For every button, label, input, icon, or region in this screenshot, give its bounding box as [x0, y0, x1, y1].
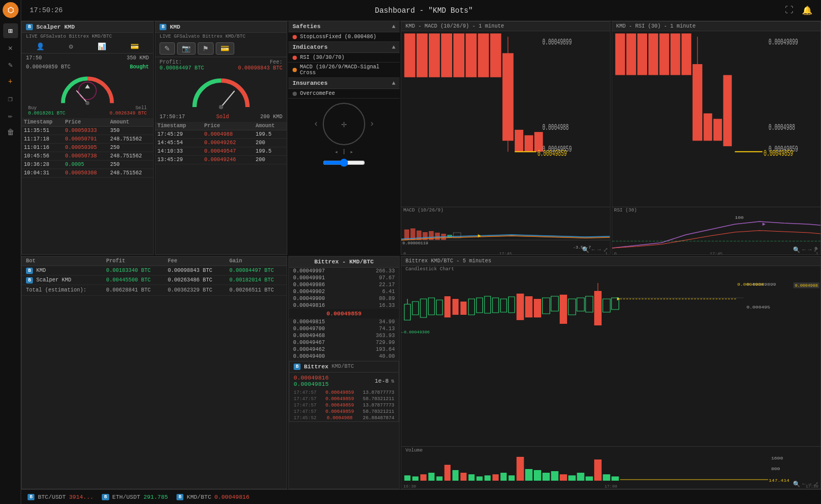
trade-price: 0.00050308 — [63, 169, 108, 178]
arrow-left-icon[interactable]: ← — [592, 246, 595, 253]
svg-rect-110 — [534, 470, 541, 481]
vol-zoom[interactable]: 🔍 — [793, 481, 800, 488]
kmd-gauge-svg — [189, 75, 253, 110]
svg-rect-76 — [534, 299, 541, 317]
gauge-right-val: 0.0026349 BTC — [110, 111, 147, 116]
btc-chart-panel: Bittrex KMD/BTC - 5 minutes Candlestick … — [401, 256, 821, 490]
scalper-icon-settings[interactable]: ⚙ — [69, 42, 73, 51]
kmd-trade-price: 0.00049262 — [202, 139, 253, 147]
svg-rect-70 — [484, 296, 491, 313]
col-amount: Amount — [108, 118, 153, 127]
arrow-right-icon[interactable]: → — [597, 246, 601, 253]
svg-rect-44 — [681, 33, 691, 75]
rsi-chart-title: KMD - RSI (30) - 1 minute — [612, 22, 821, 31]
rsi-arrow-left[interactable]: ← — [802, 246, 806, 253]
vol-right[interactable]: → — [808, 481, 811, 488]
gauge-right: Sell — [135, 105, 147, 111]
expand-icon[interactable]: ⤢ — [603, 246, 608, 253]
sidebar-icon-copy[interactable]: ❐ — [3, 91, 18, 106]
bots-summary-panel: Bot Profit Fee Gain B KMD 0.00183340 BTC… — [21, 256, 287, 490]
kmd-btn-photo[interactable]: 📷 — [177, 42, 196, 55]
topbar-time: 17:50:26 — [30, 6, 63, 14]
rt-price: 0.00049859 — [325, 409, 354, 414]
sidebar-icon-edit[interactable]: ✎ — [3, 57, 18, 72]
exchange-price2: 0.00049815 — [294, 381, 329, 387]
bell-icon[interactable]: 🔔 — [802, 5, 813, 16]
kmd-btn-wallet[interactable]: 💳 — [216, 42, 234, 55]
nav-slider[interactable] — [323, 158, 365, 167]
scalper-icon-user[interactable]: 👤 — [36, 42, 45, 51]
scroll-right[interactable]: ▸ — [350, 148, 354, 155]
exchange-title: Bittrex — [304, 364, 328, 370]
svg-rect-65 — [444, 296, 451, 317]
status-ticker-item[interactable]: B ETH/USDT 291.785 — [102, 494, 167, 500]
rsi-dot — [293, 56, 297, 60]
ask-row: 0.00049902 6.41 — [289, 288, 399, 295]
svg-rect-112 — [551, 471, 559, 481]
svg-rect-30 — [435, 233, 440, 240]
svg-rect-74 — [517, 294, 524, 320]
bid-row: 0.00049700 74.13 — [289, 325, 399, 332]
sidebar-icon-pen[interactable]: ✏ — [3, 108, 18, 123]
bid-row: 0.00049400 40.00 — [289, 353, 399, 360]
kmd-btn-edit[interactable]: ✎ — [160, 42, 175, 55]
kmd-title: KMD — [170, 24, 180, 30]
svg-rect-109 — [525, 469, 533, 481]
status-badge: B — [176, 494, 183, 500]
indicators-collapse[interactable]: ▲ — [392, 44, 395, 50]
scalper-status: Bought — [130, 64, 149, 70]
svg-rect-40 — [637, 33, 647, 75]
scalper-trades-body: 11:35:51 0.00050333 350 11:17:18 0.00050… — [22, 127, 153, 178]
kmd-btn-flag[interactable]: ⚑ — [198, 42, 214, 55]
kmd-trade-amount: 200 — [253, 139, 287, 147]
scroll-mid[interactable]: | — [342, 148, 346, 155]
sidebar-icon-delete[interactable]: 🗑 — [3, 125, 18, 140]
screen-icon[interactable]: ⛶ — [785, 5, 793, 16]
zoom-in-icon[interactable]: 🔍 — [582, 246, 589, 253]
stop-loss-label: StopLossFixed (0.000486) — [300, 34, 376, 40]
gauge-container: Buy Sell 0.0018201 BTC 0.0026349 BTC — [22, 72, 153, 118]
safeties-collapse[interactable]: ▲ — [392, 23, 395, 30]
rsi-zoom-icon[interactable]: 🔍 — [793, 246, 800, 253]
svg-rect-80 — [568, 299, 576, 315]
scalper-icon-wallet[interactable]: 💳 — [130, 42, 139, 51]
status-ticker-item[interactable]: B KMD/BTC 0.00049816 — [176, 494, 250, 500]
nav-left[interactable]: ‹ — [313, 119, 319, 129]
recent-trade-row: 17:47:57 0.00049859 13.87877773 — [289, 390, 399, 396]
total-label: Total (estimation): — [22, 285, 102, 295]
vol-left[interactable]: ← — [802, 481, 806, 488]
svg-rect-69 — [476, 298, 483, 313]
nav-circle: ✛ — [323, 103, 365, 145]
rsi-indicator: RSI (30/30/70) — [288, 53, 400, 63]
gauge-left-val: 0.0018201 BTC — [28, 111, 65, 116]
overcome-fee-item: OvercomeFee — [288, 89, 400, 99]
rsi-arrow-right[interactable]: → — [808, 246, 811, 253]
sidebar-icon-add[interactable]: + — [3, 74, 18, 89]
scalper-icon-chart[interactable]: 📊 — [98, 42, 106, 51]
kmd-trade-row: 13:45:29 0.00049246 200 — [155, 156, 287, 164]
insurances-collapse[interactable]: ▲ — [392, 80, 395, 86]
stop-loss-item: StopLossFixed (0.000486) — [288, 32, 400, 42]
sidebar-icon-close[interactable]: ✕ — [3, 40, 18, 55]
kmd-amount: 200 KMD — [260, 114, 283, 120]
indicators-title: Indicators — [293, 44, 328, 50]
bid-amount: 193.64 — [376, 347, 395, 352]
rsi-expand[interactable]: ⤢ — [814, 246, 818, 253]
macd-time-1745: 17:45 — [499, 251, 512, 255]
nav-right[interactable]: › — [369, 119, 375, 129]
kmd-trade-row: 14:10:33 0.00049547 199.5 — [155, 147, 287, 156]
scroll-left[interactable]: ◂ — [334, 148, 338, 155]
macd-chart-title: KMD - MACD (10/26/9) - 1 minute — [401, 22, 610, 31]
scalper-trade-row: 10:45:56 0.00050738 248.751562 — [22, 152, 153, 161]
svg-rect-41 — [648, 33, 658, 75]
vol-expand[interactable]: ⤢ — [814, 481, 818, 488]
svg-rect-72 — [500, 299, 507, 312]
btc-curr-price: 0.0004988 — [793, 282, 819, 288]
rsi-time-1745: 17:45 — [710, 251, 722, 255]
kmd-trade-row: 14:45:54 0.00049262 200 — [155, 139, 287, 147]
status-ticker-item[interactable]: B BTC/USDT 3914... — [28, 494, 93, 500]
svg-rect-13 — [490, 33, 501, 77]
exchange-arrows[interactable]: ⇅ — [391, 377, 394, 384]
sidebar-icon-dashboard[interactable]: ⊞ — [3, 23, 18, 38]
scalper-badge: B — [26, 24, 33, 30]
